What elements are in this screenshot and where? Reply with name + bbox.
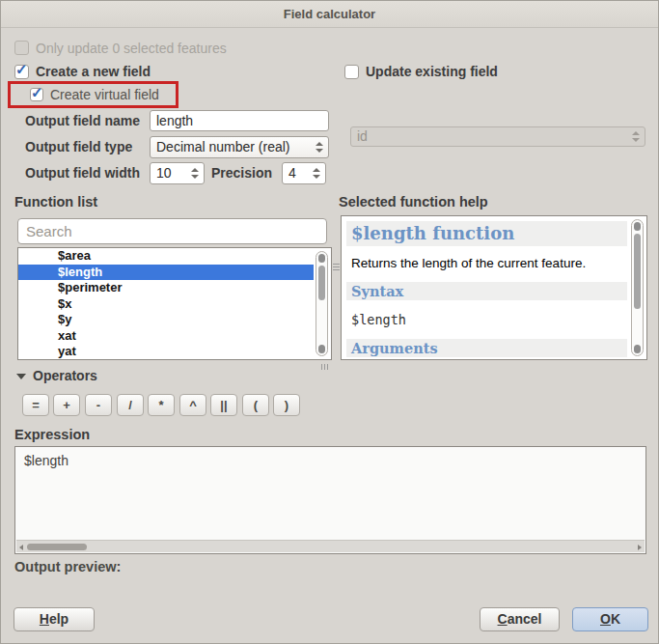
function-list-item[interactable]: yat [18,344,314,360]
function-list-item[interactable]: $area [18,248,314,265]
scroll-up-icon[interactable] [634,222,641,231]
output-field-name-label: Output field name [25,113,140,128]
create-new-field-checkbox[interactable]: ✓ [14,65,29,79]
help-syntax-heading: Syntax [346,282,627,300]
existing-field-combo: id [350,126,645,147]
spin-down-icon [632,138,640,142]
operator-close-paren-button[interactable]: ) [273,394,300,416]
existing-field-value: id [357,128,368,144]
spin-down-icon[interactable] [313,175,320,179]
spin-up-icon[interactable] [313,168,320,172]
create-new-field-label: Create a new field [36,64,151,79]
output-preview-label: Output preview: [14,559,121,574]
expression-text: $length [24,453,69,468]
spin-up-icon[interactable] [316,142,323,146]
scroll-down-icon[interactable] [634,345,641,353]
update-existing-field-checkbox[interactable] [344,65,359,79]
expression-label: Expression [14,427,90,442]
operator-open-paren-button[interactable]: ( [242,394,269,416]
only-update-label: Only update 0 selected features [36,41,227,56]
field-calculator-dialog: Field calculator Only update 0 selected … [0,0,659,644]
operators-label: Operators [33,368,97,383]
horizontal-splitter-grip[interactable] [321,364,330,370]
collapse-arrow-icon[interactable] [16,374,26,379]
only-update-checkbox [14,41,29,55]
search-input[interactable] [17,218,327,244]
output-field-type-combo[interactable]: Decimal number (real) [150,136,329,158]
output-field-type-label: Output field type [25,139,132,154]
expression-editor[interactable]: $length [14,446,646,554]
scroll-up-icon[interactable] [318,254,325,263]
help-title: $length function [346,221,627,246]
scroll-right-icon[interactable] [638,545,642,550]
selected-function-help-header: Selected function help [339,194,488,210]
help-description: Returns the length of the current featur… [351,256,586,270]
spin-down-icon[interactable] [191,175,199,179]
output-field-type-value: Decimal number (real) [156,139,289,154]
operator-concat-button[interactable]: || [210,394,237,416]
operator-power-button[interactable]: ^ [179,394,206,416]
cancel-button[interactable]: Cancel [480,607,560,631]
operator-equals-button[interactable]: = [22,394,49,416]
create-virtual-field-label: Create virtual field [50,87,159,102]
help-syntax-code: $length [351,312,406,327]
operator-divide-button[interactable]: / [117,394,144,416]
precision-spinbox[interactable]: 4 [282,162,326,184]
scrollbar-thumb[interactable] [318,266,325,300]
help-button[interactable]: Help [14,607,95,631]
output-field-width-value: 10 [156,165,172,181]
precision-value: 4 [288,165,296,181]
output-field-width-spinbox[interactable]: 10 [150,162,205,184]
update-existing-field-label: Update existing field [366,64,498,79]
function-list-item[interactable]: $perimeter [18,280,314,296]
operator-minus-button[interactable]: - [85,394,112,416]
precision-label: Precision [211,165,272,181]
output-field-name-input[interactable] [150,110,329,131]
titlebar[interactable]: Field calculator [1,1,658,28]
scroll-down-icon[interactable] [318,345,325,353]
help-arguments-heading: Arguments [346,339,627,357]
help-scrollbar[interactable] [631,219,644,356]
function-list-item[interactable]: $x [18,296,314,313]
function-list-item[interactable]: $y [18,312,314,328]
spin-up-icon [632,131,640,135]
function-help-panel: $length function Returns the length of t… [341,215,647,360]
ok-button[interactable]: OK [572,607,648,631]
function-list-item-selected[interactable]: $length [18,265,314,281]
scroll-left-icon[interactable] [19,545,23,550]
function-list-header: Function list [14,194,97,210]
panel-splitter-grip[interactable] [333,264,340,271]
scrollbar-thumb[interactable] [27,544,87,550]
function-list-scrollbar[interactable] [316,251,328,356]
create-virtual-field-checkbox[interactable]: ✓ [30,88,43,101]
spin-down-icon[interactable] [316,149,323,153]
operator-plus-button[interactable]: + [53,394,80,416]
function-list-item[interactable]: xat [18,328,314,345]
window-title: Field calculator [284,7,375,21]
check-icon: ✓ [15,62,28,76]
scrollbar-thumb[interactable] [634,234,641,309]
function-list[interactable]: $area $length $perimeter $x $y xat yat [17,247,332,360]
check-icon: ✓ [31,85,43,99]
output-field-width-label: Output field width [25,165,140,181]
expression-hscrollbar[interactable] [16,540,645,552]
spin-up-icon[interactable] [191,168,199,172]
operator-multiply-button[interactable]: * [148,394,175,416]
